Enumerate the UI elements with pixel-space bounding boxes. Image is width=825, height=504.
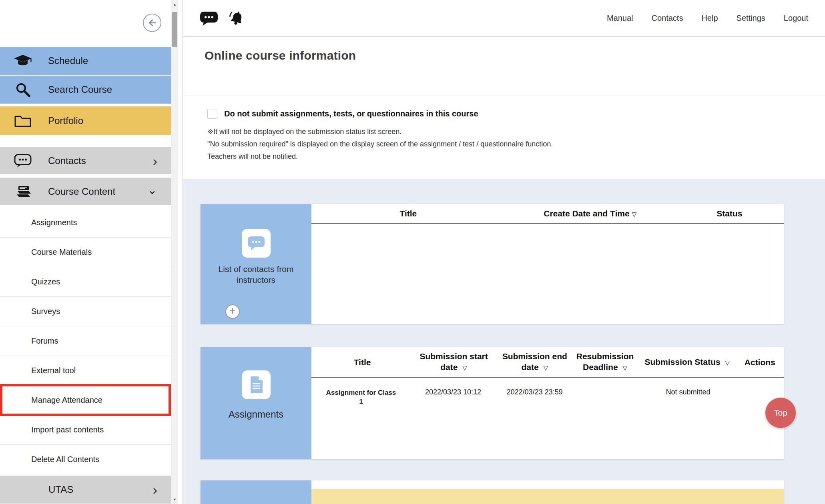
speech-bubble-icon: [242, 229, 271, 258]
magnifier-icon: [13, 82, 33, 98]
scroll-to-top-button[interactable]: Top: [765, 398, 796, 428]
notice-band: [311, 489, 784, 504]
next-card-panel: [201, 480, 311, 504]
sidebar-item-label: UTAS: [48, 484, 73, 495]
sort-icon: ▽: [725, 359, 730, 366]
column-title: Title: [313, 357, 411, 368]
note-line: "No submission required" is displayed on…: [207, 138, 825, 150]
column-submission-start[interactable]: Submission start date ▽: [411, 351, 496, 373]
messages-icon[interactable]: [200, 11, 218, 26]
main-area: Manual Contacts Help Settings Logout Onl…: [183, 0, 825, 504]
back-arrow-icon: [147, 18, 157, 28]
nav-manual[interactable]: Manual: [607, 14, 633, 23]
sidebar-item-forums[interactable]: Forums: [0, 326, 171, 356]
submenu-label: Quizzes: [31, 277, 60, 286]
column-submission-end[interactable]: Submission end date ▽: [496, 351, 573, 373]
sidebar-item-label: Contacts: [48, 155, 86, 166]
note-line: ※It will not be displayed on the submiss…: [207, 126, 825, 138]
sort-icon: ▽: [462, 364, 467, 371]
page-header: Online course information: [183, 37, 825, 96]
course-content-submenu: Assignments Course Materials Quizzes Sur…: [0, 208, 171, 474]
scrollbar-thumb[interactable]: [172, 12, 177, 47]
sidebar: Schedule Search Course Portfolio: [0, 0, 171, 504]
nav-help[interactable]: Help: [701, 14, 718, 23]
note-line: Teachers will not be notified.: [207, 150, 825, 163]
scroll-up-arrow-icon[interactable]: ▲: [171, 0, 178, 9]
nav-settings[interactable]: Settings: [737, 14, 765, 23]
sidebar-item-delete-all-contents[interactable]: Delete All Contents: [0, 444, 171, 474]
nav-logout[interactable]: Logout: [784, 14, 808, 23]
next-card-partial: [201, 480, 784, 504]
assignment-row: Assignment for Class 1 2022/03/23 10:12 …: [311, 378, 784, 406]
notifications-bell-icon[interactable]: [229, 10, 245, 27]
graduation-cap-icon: [13, 54, 33, 68]
assignments-table: Title Submission start date ▽ Submission…: [311, 347, 784, 459]
column-title: Title: [311, 209, 505, 218]
contacts-table-header: Title Create Date and Time▽ Status: [311, 204, 784, 224]
sidebar-item-search-course[interactable]: Search Course: [0, 76, 171, 104]
no-submit-checkbox[interactable]: [207, 109, 217, 119]
sidebar-header: [0, 0, 171, 47]
contacts-card-title: List of contacts from instructors: [213, 264, 299, 285]
sidebar-item-surveys[interactable]: Surveys: [0, 296, 171, 326]
add-contact-button[interactable]: +: [225, 304, 240, 319]
sort-icon: ▽: [622, 364, 627, 371]
content-area: List of contacts from instructors + Titl…: [183, 179, 825, 504]
contacts-table: Title Create Date and Time▽ Status: [311, 204, 784, 324]
assignment-status: Not submitted: [637, 388, 739, 396]
topbar: Manual Contacts Help Settings Logout: [183, 0, 825, 37]
contacts-table-body-empty: [311, 224, 784, 324]
submenu-label: Surveys: [31, 307, 60, 316]
no-submit-option-row: Do not submit assignments, tests, or que…: [207, 109, 825, 119]
column-create-date[interactable]: Create Date and Time▽: [505, 209, 675, 218]
submenu-label: Course Materials: [31, 248, 92, 257]
nav-contacts[interactable]: Contacts: [651, 14, 683, 23]
assignment-start-date: 2022/03/23 10:12: [411, 388, 496, 396]
column-submission-status[interactable]: Submission Status ▽: [637, 356, 738, 368]
sidebar-item-contacts[interactable]: Contacts ›: [0, 147, 171, 174]
chevron-right-icon: ›: [153, 483, 157, 496]
assignments-card: Assignments Title Submission start date …: [201, 347, 784, 459]
sidebar-scrollbar[interactable]: ▲ ▼: [171, 0, 178, 504]
option-notes: ※It will not be displayed on the submiss…: [207, 126, 825, 163]
assignment-end-date: 2022/03/23 23:59: [496, 388, 574, 396]
sidebar-item-assignments[interactable]: Assignments: [0, 208, 171, 237]
folder-icon: [13, 114, 33, 128]
top-navigation: Manual Contacts Help Settings Logout: [607, 14, 808, 23]
submenu-label: Forums: [31, 336, 58, 346]
sidebar-item-import-past-contents[interactable]: Import past contents: [0, 415, 171, 444]
sidebar-item-manage-attendance[interactable]: Manage Attendance: [0, 384, 171, 416]
sidebar-item-external-tool[interactable]: External tool: [0, 356, 171, 385]
sidebar-item-course-content[interactable]: Course Content ⌄: [0, 178, 171, 205]
sidebar-item-quizzes[interactable]: Quizzes: [0, 267, 171, 296]
scroll-down-arrow-icon[interactable]: ▼: [171, 495, 178, 504]
column-status: Status: [675, 209, 784, 218]
column-label: Submission end date: [502, 352, 567, 372]
column-label: Submission Status: [644, 357, 720, 366]
chevron-right-icon: ›: [153, 154, 157, 168]
sidebar-item-portfolio[interactable]: Portfolio: [0, 106, 171, 135]
contacts-card-panel: List of contacts from instructors +: [201, 204, 311, 324]
column-label: Submission start date: [420, 352, 488, 372]
contacts-card: List of contacts from instructors + Titl…: [201, 204, 784, 324]
course-content-icon: [13, 185, 33, 198]
sidebar-item-label: Schedule: [48, 55, 88, 66]
submenu-label: Assignments: [31, 218, 77, 227]
collapse-sidebar-button[interactable]: [143, 14, 161, 32]
speech-bubble-icon: [13, 154, 33, 168]
assignments-card-panel: Assignments: [201, 347, 311, 459]
sidebar-item-course-materials[interactable]: Course Materials: [0, 237, 171, 267]
assignment-title: Assignment for Class 1: [324, 388, 398, 406]
sort-icon: ▽: [543, 364, 548, 371]
submenu-label: Manage Attendance: [31, 396, 102, 405]
sort-icon: ▽: [632, 211, 637, 218]
sidebar-item-utas[interactable]: UTAS ›: [0, 476, 171, 504]
sidebar-item-schedule[interactable]: Schedule: [0, 47, 171, 75]
chevron-down-icon: ⌄: [147, 184, 157, 196]
sidebar-item-label: Portfolio: [48, 115, 83, 126]
sidebar-item-label: Search Course: [48, 84, 112, 95]
submenu-label: Delete All Contents: [31, 455, 99, 464]
column-resubmission-deadline[interactable]: Resubmission Deadline ▽: [573, 351, 636, 373]
assignments-card-title: Assignments: [229, 409, 283, 420]
document-icon: [242, 370, 271, 399]
